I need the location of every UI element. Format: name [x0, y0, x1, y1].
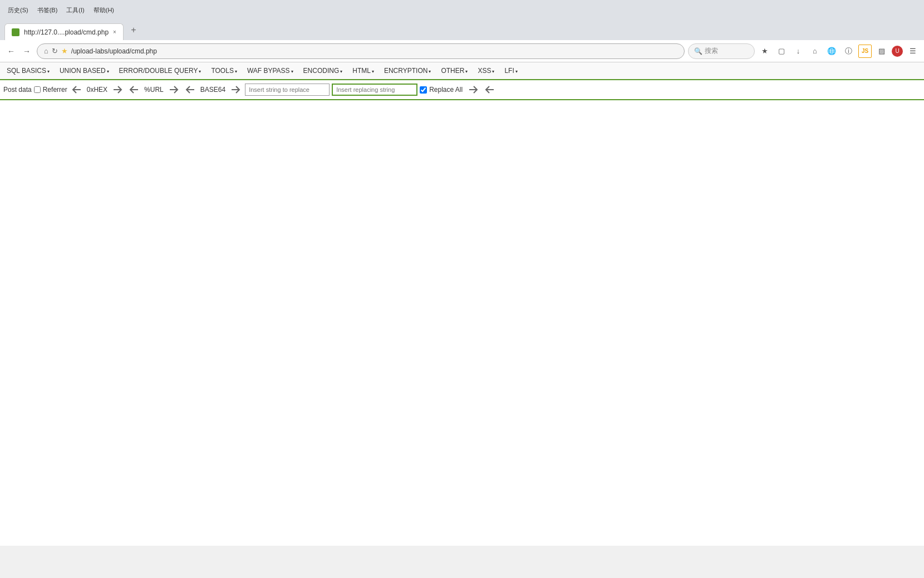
replace-all-label[interactable]: Replace All — [420, 86, 463, 94]
nav-xss-arrow: ▾ — [492, 69, 494, 74]
nav-lfi-arrow: ▾ — [515, 69, 518, 74]
nav-controls: ← → — [4, 45, 33, 58]
search-icon: 🔍 — [694, 47, 702, 55]
js-badge[interactable]: JS — [858, 45, 872, 58]
title-bar: 历史(S) 书签(B) 工具(I) 帮助(H) — [0, 0, 924, 20]
forward-button[interactable]: → — [20, 45, 33, 58]
info-icon[interactable]: ⓘ — [842, 45, 855, 58]
nav-other[interactable]: OTHER▾ — [436, 65, 472, 77]
tab-label: http://127.0....pload/cmd.php — [24, 28, 109, 36]
browser-window: 历史(S) 书签(B) 工具(I) 帮助(H) http://127.0....… — [0, 0, 924, 546]
hex-encode-group: 0xHEX — [70, 84, 125, 96]
url-decode-button[interactable] — [127, 84, 142, 96]
nav-sql-basics[interactable]: SQL BASICS▾ — [2, 65, 54, 77]
url-encode-group: %URL — [127, 84, 181, 96]
post-data-label: Post data — [3, 86, 32, 94]
nav-encryption[interactable]: ENCRYPTION▾ — [380, 65, 435, 77]
main-content — [0, 100, 924, 546]
tab-favicon — [12, 28, 19, 36]
url-display: /upload-labs/upload/cmd.php — [71, 47, 677, 55]
nav-encryption-arrow: ▾ — [429, 69, 431, 74]
menu-history[interactable]: 历史(S) — [4, 5, 32, 16]
nav-tools-arrow: ▾ — [235, 69, 237, 74]
referrer-label: Referrer — [43, 86, 67, 94]
home-nav-icon[interactable]: ⌂ — [808, 45, 822, 58]
nav-error-double-query-arrow: ▾ — [199, 69, 201, 74]
insert-string-input[interactable] — [245, 84, 330, 96]
nav-encoding-arrow: ▾ — [340, 69, 342, 74]
nav-waf-bypass[interactable]: WAF BYPASS▾ — [243, 65, 298, 77]
replace-arrow-left-button[interactable] — [483, 84, 498, 96]
nav-other-arrow: ▾ — [465, 69, 468, 74]
hex-encode-button[interactable] — [109, 84, 125, 96]
nav-union-based-arrow: ▾ — [107, 69, 109, 74]
referrer-checkbox[interactable] — [34, 86, 41, 93]
nav-union-based[interactable]: UNION BASED▾ — [55, 65, 114, 77]
base64-label: BASE64 — [200, 86, 225, 94]
toolbar-row: Post data Referrer 0xHEX — [0, 80, 924, 100]
nav-xss[interactable]: XSS▾ — [473, 65, 499, 77]
browser-tab[interactable]: http://127.0....pload/cmd.php × — [4, 23, 124, 40]
nav-lfi[interactable]: LFI▾ — [500, 65, 522, 77]
replace-all-text: Replace All — [429, 86, 463, 94]
star-icon[interactable]: ★ — [758, 45, 771, 58]
bookmark-icon[interactable]: ★ — [61, 47, 68, 55]
nav-html[interactable]: HTML▾ — [348, 65, 379, 77]
address-bar: ← → ⌂ ↻ ★ /upload-labs/upload/cmd.php 🔍 … — [0, 40, 924, 62]
url-encode-button[interactable] — [165, 84, 181, 96]
new-tab-button[interactable]: + — [126, 22, 141, 38]
search-placeholder: 搜索 — [705, 46, 718, 56]
globe-icon[interactable]: 🌐 — [825, 45, 838, 58]
nav-tools[interactable]: TOOLS▾ — [207, 65, 241, 77]
menu-bookmarks[interactable]: 书签(B) — [34, 5, 61, 16]
insert-replacing-input[interactable] — [332, 84, 417, 96]
nav-menu: SQL BASICS▾ UNION BASED▾ ERROR/DOUBLE QU… — [0, 62, 924, 80]
nav-sql-basics-arrow: ▾ — [47, 69, 50, 74]
referrer-checkbox-label[interactable]: Referrer — [34, 86, 67, 94]
menu-help[interactable]: 帮助(H) — [90, 5, 117, 16]
address-input[interactable]: ⌂ ↻ ★ /upload-labs/upload/cmd.php — [37, 43, 685, 59]
title-bar-menu: 历史(S) 书签(B) 工具(I) 帮助(H) — [4, 5, 117, 16]
download-icon[interactable]: ↓ — [792, 45, 805, 58]
search-box[interactable]: 🔍 搜索 — [688, 43, 755, 59]
tab-bar: http://127.0....pload/cmd.php × + — [0, 20, 924, 40]
back-button[interactable]: ← — [4, 45, 18, 58]
tab-close-button[interactable]: × — [113, 29, 116, 35]
menu-tools[interactable]: 工具(I) — [63, 5, 87, 16]
nav-error-double-query[interactable]: ERROR/DOUBLE QUERY▾ — [115, 65, 206, 77]
url-label: %URL — [144, 86, 164, 94]
hex-decode-button[interactable] — [70, 84, 85, 96]
base64-decode-button[interactable] — [183, 84, 199, 96]
home-icon: ⌂ — [44, 47, 48, 55]
nav-waf-bypass-arrow: ▾ — [291, 69, 293, 74]
user-icon[interactable]: U — [892, 46, 903, 57]
toolbar-icons: ★ ▢ ↓ ⌂ 🌐 ⓘ JS ▨ U ☰ — [758, 45, 920, 58]
settings-icon[interactable]: ☰ — [906, 45, 920, 58]
container-icon[interactable]: ▢ — [775, 45, 788, 58]
reload-icon[interactable]: ↻ — [52, 47, 58, 55]
nav-html-arrow: ▾ — [372, 69, 374, 74]
base64-encode-group: BASE64 — [183, 84, 243, 96]
replace-arrow-right-button[interactable] — [465, 84, 480, 96]
replace-all-checkbox[interactable] — [420, 86, 427, 94]
base64-encode-button[interactable] — [227, 84, 243, 96]
nav-encoding[interactable]: ENCODING▾ — [299, 65, 347, 77]
hex-label: 0xHEX — [87, 86, 107, 94]
extension-icon[interactable]: ▨ — [875, 45, 888, 58]
